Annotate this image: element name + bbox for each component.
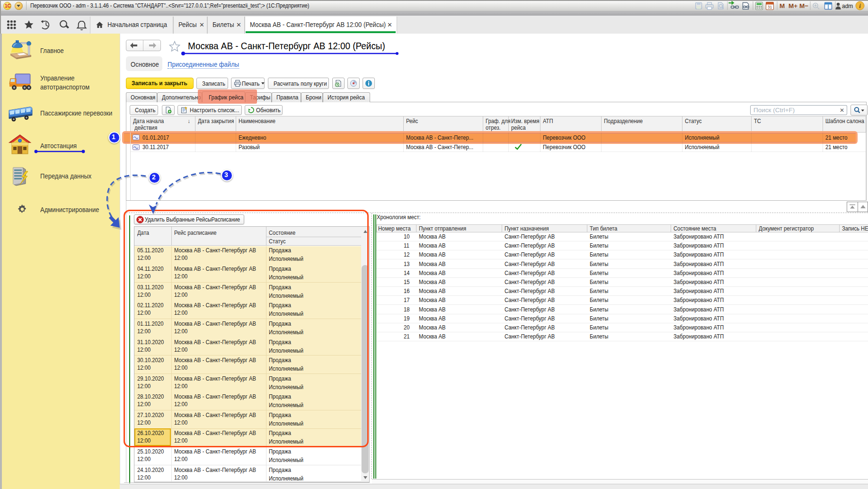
svg-text:M: M <box>779 2 785 9</box>
svg-text:31: 31 <box>768 5 772 9</box>
svg-text:M−: M− <box>799 2 808 9</box>
svg-text:i: i <box>859 2 861 9</box>
svg-text:M+: M+ <box>788 2 797 9</box>
svg-text:adm: adm <box>842 3 853 9</box>
